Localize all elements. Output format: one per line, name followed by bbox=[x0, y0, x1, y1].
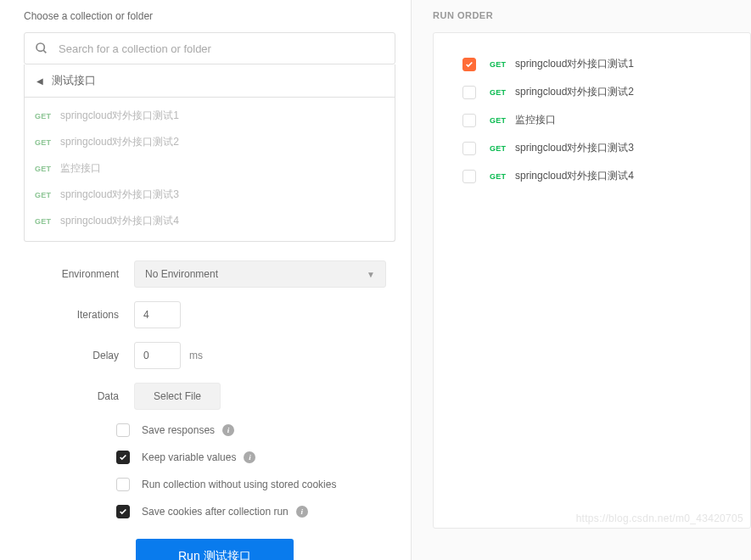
run-order-box: GET springcloud对外接口测试1 GET springcloud对外… bbox=[433, 32, 751, 529]
data-label: Data bbox=[24, 390, 134, 402]
no-cookies-checkbox[interactable] bbox=[116, 478, 130, 491]
collapse-arrow-icon: ◀ bbox=[36, 76, 43, 86]
info-icon[interactable]: i bbox=[222, 424, 234, 436]
method-badge: GET bbox=[490, 60, 515, 69]
info-icon[interactable]: i bbox=[296, 506, 308, 518]
request-item[interactable]: GET springcloud对外接口测试3 bbox=[25, 182, 395, 208]
request-list: GET springcloud对外接口测试1 GET springcloud对外… bbox=[24, 98, 395, 242]
caret-down-icon: ▼ bbox=[367, 270, 375, 279]
method-badge: GET bbox=[35, 138, 59, 147]
order-checkbox[interactable] bbox=[462, 142, 476, 155]
order-name: springcloud对外接口测试1 bbox=[515, 57, 634, 71]
request-item[interactable]: GET springcloud对外接口测试4 bbox=[25, 208, 395, 234]
method-badge: GET bbox=[35, 165, 59, 173]
iterations-input[interactable] bbox=[134, 301, 181, 328]
svg-point-0 bbox=[36, 43, 44, 51]
environment-select[interactable]: No Environment ▼ bbox=[134, 260, 386, 288]
method-badge: GET bbox=[490, 88, 515, 97]
save-cookies-checkbox[interactable] bbox=[116, 505, 130, 518]
search-box[interactable] bbox=[24, 32, 395, 64]
save-responses-checkbox[interactable] bbox=[116, 423, 130, 437]
method-badge: GET bbox=[490, 172, 515, 181]
order-item[interactable]: GET springcloud对外接口测试1 bbox=[451, 50, 733, 78]
watermark: https://blog.csdn.net/m0_43420705 bbox=[576, 512, 743, 524]
request-name: springcloud对外接口测试4 bbox=[60, 214, 179, 228]
method-badge: GET bbox=[35, 217, 59, 226]
order-item[interactable]: GET 监控接口 bbox=[451, 106, 733, 134]
run-order-header: RUN ORDER bbox=[433, 10, 751, 20]
collection-header[interactable]: ◀ 测试接口 bbox=[24, 64, 395, 98]
collection-name: 测试接口 bbox=[52, 73, 96, 88]
select-file-button[interactable]: Select File bbox=[134, 383, 221, 410]
order-checkbox[interactable] bbox=[462, 86, 476, 99]
order-name: springcloud对外接口测试4 bbox=[515, 169, 634, 183]
save-responses-label: Save responses bbox=[142, 424, 215, 436]
request-name: springcloud对外接口测试1 bbox=[60, 109, 179, 123]
order-checkbox[interactable] bbox=[462, 58, 476, 71]
method-badge: GET bbox=[490, 116, 515, 125]
order-name: springcloud对外接口测试2 bbox=[515, 85, 634, 99]
search-icon bbox=[35, 42, 48, 55]
method-badge: GET bbox=[35, 112, 59, 120]
left-panel: Choose a collection or folder ◀ 测试接口 GET… bbox=[0, 0, 412, 560]
iterations-label: Iterations bbox=[24, 309, 134, 321]
order-name: springcloud对外接口测试3 bbox=[515, 141, 634, 155]
choose-collection-title: Choose a collection or folder bbox=[24, 10, 395, 22]
request-name: springcloud对外接口测试2 bbox=[60, 135, 179, 149]
environment-value: No Environment bbox=[145, 268, 218, 280]
environment-label: Environment bbox=[24, 268, 134, 280]
request-item[interactable]: GET 监控接口 bbox=[25, 155, 395, 182]
info-icon[interactable]: i bbox=[244, 451, 255, 463]
delay-unit: ms bbox=[189, 350, 203, 361]
order-checkbox[interactable] bbox=[462, 114, 476, 127]
right-panel: RUN ORDER GET springcloud对外接口测试1 GET spr… bbox=[412, 0, 751, 560]
no-cookies-label: Run collection without using stored cook… bbox=[142, 479, 336, 490]
method-badge: GET bbox=[490, 144, 515, 153]
request-name: springcloud对外接口测试3 bbox=[60, 188, 179, 202]
delay-label: Delay bbox=[24, 350, 134, 361]
keep-vars-checkbox[interactable] bbox=[116, 451, 130, 464]
delay-input[interactable] bbox=[134, 342, 181, 369]
order-item[interactable]: GET springcloud对外接口测试4 bbox=[451, 162, 733, 190]
keep-vars-label: Keep variable values bbox=[142, 451, 236, 463]
search-input[interactable] bbox=[59, 42, 384, 55]
request-item[interactable]: GET springcloud对外接口测试2 bbox=[25, 129, 395, 155]
order-item[interactable]: GET springcloud对外接口测试3 bbox=[451, 134, 733, 162]
order-item[interactable]: GET springcloud对外接口测试2 bbox=[451, 78, 733, 106]
order-name: 监控接口 bbox=[515, 113, 556, 127]
settings-section: Environment No Environment ▼ Iterations … bbox=[24, 260, 395, 560]
request-name: 监控接口 bbox=[60, 161, 101, 176]
save-cookies-label: Save cookies after collection run bbox=[142, 506, 289, 518]
order-checkbox[interactable] bbox=[462, 170, 476, 183]
run-button[interactable]: Run 测试接口 bbox=[136, 539, 294, 560]
request-item[interactable]: GET springcloud对外接口测试1 bbox=[25, 103, 395, 129]
method-badge: GET bbox=[35, 191, 59, 199]
svg-line-1 bbox=[43, 50, 46, 53]
